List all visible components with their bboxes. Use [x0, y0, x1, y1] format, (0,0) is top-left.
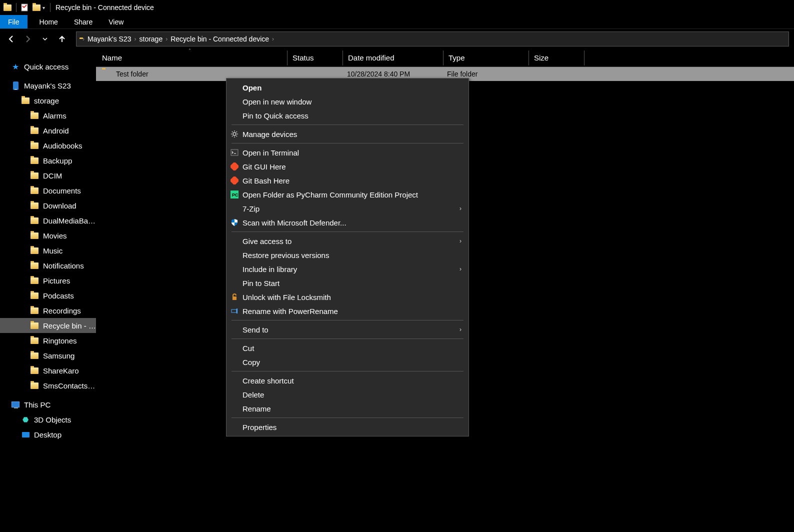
ctx-rename[interactable]: Rename — [226, 402, 468, 416]
ctx-properties[interactable]: Properties — [226, 420, 468, 434]
tab-view[interactable]: View — [100, 15, 132, 28]
properties-qat-icon[interactable] — [20, 3, 29, 12]
sidebar-folder-6[interactable]: Download — [0, 198, 96, 213]
ctx-restore-versions[interactable]: Restore previous versions — [226, 248, 468, 262]
sidebar-folder-10[interactable]: Notifications — [0, 258, 96, 273]
sidebar-folder-0[interactable]: Alarms — [0, 108, 96, 123]
tab-home[interactable]: Home — [32, 15, 66, 28]
ctx-copy[interactable]: Copy — [226, 355, 468, 369]
folder-icon — [30, 201, 39, 210]
breadcrumb-item-1[interactable]: storage — [140, 35, 163, 43]
sidebar-item-label: Mayank's S23 — [24, 82, 71, 90]
ctx-pycharm[interactable]: PCOpen Folder as PyCharm Community Editi… — [226, 188, 468, 202]
folder-icon — [30, 366, 39, 375]
ctx-give-access[interactable]: Give access to› — [226, 234, 468, 248]
ctx-delete[interactable]: Delete — [226, 388, 468, 402]
folder-icon — [30, 126, 39, 135]
ctx-create-shortcut[interactable]: Create shortcut — [226, 374, 468, 388]
recent-dropdown[interactable] — [39, 33, 51, 45]
ctx-defender[interactable]: Scan with Microsoft Defender... — [226, 216, 468, 230]
chevron-right-icon[interactable]: › — [166, 36, 168, 42]
ctx-locksmith[interactable]: Unlock with File Locksmith — [226, 290, 468, 304]
sidebar-desktop[interactable]: Desktop — [0, 427, 96, 442]
sidebar-folder-5[interactable]: Documents — [0, 183, 96, 198]
col-status[interactable]: Status — [288, 54, 342, 62]
sidebar-item-label: Alarms — [43, 112, 66, 120]
col-date[interactable]: Date modified — [343, 54, 443, 62]
sidebar-device[interactable]: Mayank's S23 — [0, 78, 96, 93]
sidebar-folder-2[interactable]: Audiobooks — [0, 138, 96, 153]
sidebar-quick-access[interactable]: ★Quick access — [0, 59, 96, 74]
col-size[interactable]: Size — [529, 54, 584, 62]
folder-icon — [30, 246, 39, 255]
sidebar-folder-13[interactable]: Recordings — [0, 303, 96, 318]
chevron-right-icon: › — [460, 266, 462, 272]
ctx-label: Open in new window — [242, 98, 312, 106]
ctx-powerrename[interactable]: Rename with PowerRename — [226, 304, 468, 318]
sidebar-item-label: SmsContactsBackup — [43, 382, 96, 390]
forward-button[interactable] — [22, 33, 34, 45]
ctx-pin-quick[interactable]: Pin to Quick access — [226, 108, 468, 122]
sidebar-folder-3[interactable]: Backupp — [0, 153, 96, 168]
navbar: › Mayank's S23 › storage › Recycle bin -… — [0, 29, 794, 49]
ctx-open-terminal[interactable]: Open in Terminal — [226, 146, 468, 160]
col-type[interactable]: Type — [444, 54, 528, 62]
sidebar-this-pc[interactable]: This PC — [0, 397, 96, 412]
shield-icon — [230, 218, 240, 228]
chevron-right-icon: › — [460, 238, 462, 244]
sidebar-folder-11[interactable]: Pictures — [0, 273, 96, 288]
column-divider[interactable] — [584, 50, 584, 66]
svg-rect-2 — [231, 150, 238, 156]
sidebar-folder-15[interactable]: Ringtones — [0, 333, 96, 348]
chevron-right-icon[interactable]: › — [134, 36, 136, 42]
ctx-git-bash[interactable]: Git Bash Here — [226, 174, 468, 188]
up-button[interactable] — [56, 33, 68, 45]
new-folder-qat-icon[interactable] — [32, 3, 41, 12]
cell-name: Test folder — [102, 70, 287, 78]
sidebar-folder-12[interactable]: Podcasts — [0, 288, 96, 303]
ctx-open-new-window[interactable]: Open in new window — [226, 94, 468, 108]
sidebar-folder-18[interactable]: SmsContactsBackup — [0, 378, 96, 393]
sidebar-folder-4[interactable]: DCIM — [0, 168, 96, 183]
ctx-manage-devices[interactable]: Manage devices — [226, 127, 468, 141]
sidebar-item-label: Desktop — [34, 430, 62, 439]
col-name[interactable]: Name — [102, 54, 287, 62]
breadcrumb[interactable]: › Mayank's S23 › storage › Recycle bin -… — [76, 32, 789, 46]
ctx-git-gui[interactable]: Git GUI Here — [226, 160, 468, 174]
sidebar-folder-14[interactable]: Recycle bin - Connected device — [0, 318, 96, 333]
tab-file[interactable]: File — [0, 15, 28, 28]
sidebar-storage[interactable]: storage — [0, 93, 96, 108]
ctx-cut[interactable]: Cut — [226, 341, 468, 355]
chevron-right-icon[interactable]: › — [272, 36, 274, 42]
ctx-7zip[interactable]: 7-Zip› — [226, 202, 468, 216]
sidebar-item-label: Music — [43, 246, 62, 255]
chevron-right-icon: › — [460, 326, 462, 333]
cell-date: 10/28/2024 8:40 PM — [342, 70, 442, 78]
sidebar-folder-9[interactable]: Music — [0, 243, 96, 258]
folder-icon — [30, 306, 39, 315]
sidebar-folder-1[interactable]: Android — [0, 123, 96, 138]
sidebar-item-label: Audiobooks — [43, 142, 82, 150]
tab-share[interactable]: Share — [66, 15, 100, 28]
sidebar-folder-7[interactable]: DualMediaBackup — [0, 213, 96, 228]
terminal-icon — [230, 148, 240, 158]
chevron-right-icon[interactable]: › — [82, 36, 84, 42]
back-button[interactable] — [5, 33, 17, 45]
ctx-separator — [232, 124, 464, 125]
qat-dropdown-icon[interactable]: ▾ — [42, 5, 45, 10]
ctx-open[interactable]: Open — [226, 80, 468, 94]
ctx-send-to[interactable]: Send to› — [226, 322, 468, 336]
sidebar-3d-objects[interactable]: ⬣3D Objects — [0, 412, 96, 427]
pc-icon — [11, 400, 20, 409]
breadcrumb-item-0[interactable]: Mayank's S23 — [88, 35, 132, 43]
sidebar-folder-8[interactable]: Movies — [0, 228, 96, 243]
ctx-pin-start[interactable]: Pin to Start — [226, 276, 468, 290]
breadcrumb-item-2[interactable]: Recycle bin - Connected device — [170, 35, 269, 43]
pycharm-icon: PC — [230, 190, 240, 200]
sidebar-item-label: Download — [43, 202, 76, 210]
sidebar-folder-16[interactable]: Samsung — [0, 348, 96, 363]
ctx-label: Cut — [242, 344, 254, 352]
ctx-label: Create shortcut — [242, 376, 294, 385]
sidebar-folder-17[interactable]: ShareKaro — [0, 363, 96, 378]
ctx-include-library[interactable]: Include in library› — [226, 262, 468, 276]
